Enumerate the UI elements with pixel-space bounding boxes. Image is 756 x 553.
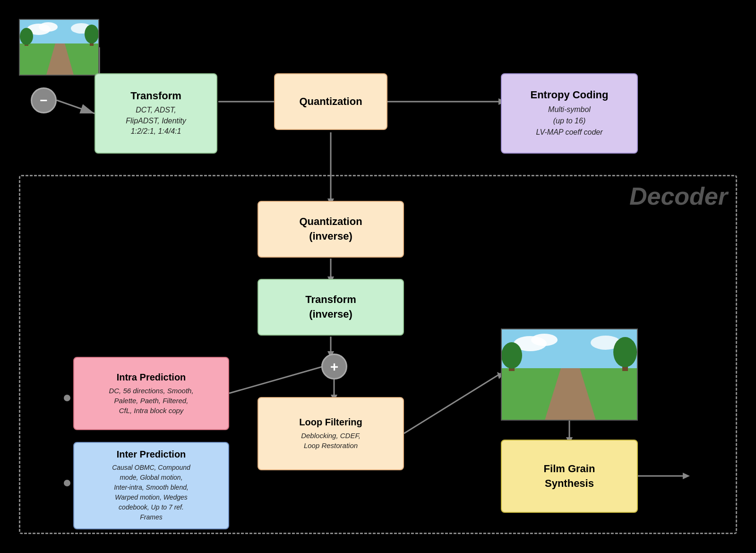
inter-prediction-title: Inter Prediction [117, 449, 186, 460]
transform-encoder-subtitle: DCT, ADST,FlipADST, Identity1:2/2:1, 1:4… [126, 105, 186, 137]
decoded-image [501, 328, 638, 421]
source-image-svg [20, 20, 99, 76]
loop-filtering-subtitle: Deblocking, CDEF,Loop Restoration [301, 431, 361, 450]
quantization-encoder-box: Quantization [274, 73, 387, 130]
decoder-label: Decoder [629, 182, 728, 210]
svg-point-35 [531, 334, 558, 346]
bullet-inter [64, 480, 70, 486]
main-container: − Transform DCT, ADST,FlipADST, Identity… [0, 0, 756, 553]
loop-filtering-title: Loop Filtering [299, 417, 362, 428]
bullet-intra [64, 395, 70, 401]
svg-point-30 [20, 28, 33, 45]
svg-point-32 [85, 25, 99, 43]
svg-line-1 [57, 100, 94, 113]
svg-point-40 [502, 342, 522, 369]
inter-prediction-subtitle: Causal OBMC, Compoundmode, Global motion… [112, 463, 190, 522]
transform-inverse-title: Transform(inverse) [305, 293, 356, 322]
entropy-coding-box: Entropy Coding Multi-symbol(up to 16)LV-… [501, 73, 638, 154]
transform-encoder-box: Transform DCT, ADST,FlipADST, Identity1:… [94, 73, 217, 154]
intra-prediction-title: Intra Prediction [117, 372, 186, 383]
intra-prediction-box: Intra Prediction DC, 56 directions, Smoo… [73, 357, 229, 430]
plus-circle: + [321, 354, 347, 380]
source-image [19, 19, 99, 76]
plus-icon: + [330, 359, 339, 375]
decoded-image-svg [502, 329, 638, 421]
entropy-coding-subtitle: Multi-symbol(up to 16)LV-MAP coeff coder [536, 104, 602, 138]
minus-icon: − [40, 93, 47, 108]
transform-inverse-box: Transform(inverse) [258, 279, 404, 336]
svg-point-42 [613, 337, 637, 367]
inter-prediction-box: Inter Prediction Causal OBMC, Compoundmo… [73, 442, 229, 529]
film-grain-synthesis-box: Film GrainSynthesis [501, 440, 638, 513]
entropy-coding-title: Entropy Coding [531, 89, 609, 101]
svg-point-25 [39, 22, 58, 32]
film-grain-synthesis-title: Film GrainSynthesis [544, 462, 595, 491]
transform-encoder-title: Transform [130, 90, 181, 102]
quantization-inverse-title: Quantization(inverse) [299, 215, 362, 244]
quantization-encoder-title: Quantization [299, 95, 362, 108]
minus-circle: − [31, 87, 57, 113]
quantization-inverse-box: Quantization(inverse) [258, 201, 404, 258]
loop-filtering-box: Loop Filtering Deblocking, CDEF,Loop Res… [258, 397, 404, 470]
intra-prediction-subtitle: DC, 56 directions, Smooth,Palette, Paeth… [109, 386, 193, 415]
